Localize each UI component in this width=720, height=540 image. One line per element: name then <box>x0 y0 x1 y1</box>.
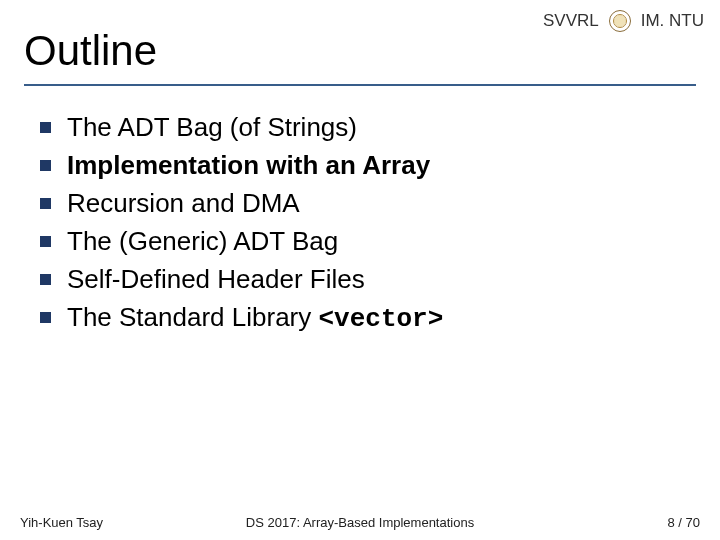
ntu-logo-icon <box>609 10 631 32</box>
list-item: The (Generic) ADT Bag <box>40 224 680 260</box>
square-bullet-icon <box>40 312 51 323</box>
slide: SVVRL IM. NTU Outline The ADT Bag (of St… <box>0 0 720 540</box>
list-item-text: Self-Defined Header Files <box>67 262 680 298</box>
list-item: Implementation with an Array <box>40 148 680 184</box>
list-item-text: The ADT Bag (of Strings) <box>67 110 680 146</box>
list-item-text-prefix: The Standard Library <box>67 302 318 332</box>
footer: Yih-Kuen Tsay DS 2017: Array-Based Imple… <box>0 515 720 530</box>
list-item: Recursion and DMA <box>40 186 680 222</box>
footer-author: Yih-Kuen Tsay <box>20 515 103 530</box>
footer-course: DS 2017: Array-Based Implementations <box>246 515 474 530</box>
slide-title: Outline <box>24 28 696 74</box>
bullet-list: The ADT Bag (of Strings) Implementation … <box>40 110 680 337</box>
list-item-text: The Standard Library <vector> <box>67 300 680 338</box>
org-right: IM. NTU <box>641 11 704 31</box>
list-item-text: The (Generic) ADT Bag <box>67 224 680 260</box>
square-bullet-icon <box>40 122 51 133</box>
list-item-text: Implementation with an Array <box>67 148 680 184</box>
list-item: The Standard Library <vector> <box>40 300 680 338</box>
footer-page: 8 / 70 <box>667 515 700 530</box>
content-area: The ADT Bag (of Strings) Implementation … <box>0 92 720 337</box>
list-item-code: <vector> <box>318 304 443 334</box>
square-bullet-icon <box>40 274 51 285</box>
list-item-text: Recursion and DMA <box>67 186 680 222</box>
square-bullet-icon <box>40 160 51 171</box>
square-bullet-icon <box>40 198 51 209</box>
header-affiliation: SVVRL IM. NTU <box>543 10 704 32</box>
org-left: SVVRL <box>543 11 599 31</box>
list-item: The ADT Bag (of Strings) <box>40 110 680 146</box>
list-item: Self-Defined Header Files <box>40 262 680 298</box>
square-bullet-icon <box>40 236 51 247</box>
title-underline <box>24 84 696 86</box>
